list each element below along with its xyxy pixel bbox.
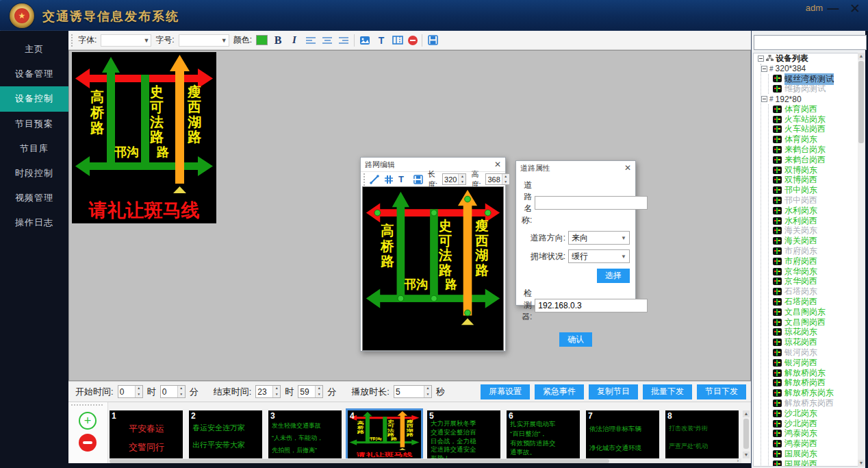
end-minute-spinner[interactable]: 59 ▲▼ xyxy=(298,385,323,398)
tree-group-320*384[interactable]: #320*384 xyxy=(761,64,858,74)
bold-button[interactable]: B xyxy=(272,34,284,47)
align-left-button[interactable] xyxy=(305,34,317,47)
tree-device-item[interactable]: 来鹤台岗西 xyxy=(769,155,858,165)
tree-device-item[interactable]: 体育岗东 xyxy=(769,134,858,145)
minimize-icon[interactable]: — xyxy=(824,1,842,16)
tree-device-item[interactable]: 来鹤台岗东 xyxy=(769,145,858,155)
program-thumbnail-8[interactable]: 打击改装“炸街严查严处“机动8 xyxy=(665,410,739,458)
sidebar-item-6[interactable]: 视频管理 xyxy=(0,186,68,210)
start-minute-spinner[interactable]: 0 ▲▼ xyxy=(160,385,186,398)
sidebar-item-4[interactable]: 节目库 xyxy=(0,136,68,161)
screen-split-button[interactable] xyxy=(392,34,404,47)
length-spinner[interactable]: 320 ▲▼ xyxy=(442,173,466,185)
text-tool-button[interactable]: T xyxy=(398,174,404,185)
tree-device-item[interactable]: 市府岗西 xyxy=(769,256,858,267)
save-button[interactable] xyxy=(426,34,439,47)
road-network-canvas[interactable]: 高桥路史可法路瘦西湖路邗沟路 xyxy=(362,186,504,351)
road-node-handle[interactable] xyxy=(431,210,437,216)
tree-device-item[interactable]: 琼花岗东 xyxy=(769,328,858,338)
tree-device-item[interactable]: 螺丝湾桥测试 xyxy=(769,74,858,84)
dialog-titlebar[interactable]: 道路属性 ✕ xyxy=(516,161,635,175)
tree-device-item[interactable]: 国展岗西 xyxy=(769,459,858,467)
program-thumbnail-2[interactable]: 春运安全连万家出行平安带大家2 xyxy=(189,410,262,458)
start-hour-spinner[interactable]: 0 ▲▼ xyxy=(118,385,143,398)
text-tool-button[interactable]: T xyxy=(375,34,387,47)
tree-device-item[interactable]: 石塔岗东 xyxy=(769,286,858,297)
draw-road-button[interactable] xyxy=(370,174,379,185)
batch-send-button[interactable]: 批量下发 xyxy=(643,384,692,399)
remove-program-button[interactable] xyxy=(79,434,97,452)
tree-device-item[interactable]: 解放桥岗西 xyxy=(769,378,858,389)
congestion-select[interactable]: 缓行 ▼ xyxy=(568,249,630,263)
duration-spinner[interactable]: 5 ▲▼ xyxy=(394,385,432,398)
screen-settings-button[interactable]: 屏幕设置 xyxy=(481,384,530,399)
color-swatch[interactable] xyxy=(256,35,268,45)
select-detector-button[interactable]: 选择 xyxy=(597,269,630,283)
tree-device-item[interactable]: 京华岗东 xyxy=(769,267,858,277)
tree-device-item[interactable]: 邗中岗西 xyxy=(769,195,858,206)
spinner-arrows[interactable]: ▲▼ xyxy=(177,386,185,397)
program-thumbnail-1[interactable]: 平安春运交警同行1 xyxy=(110,410,183,458)
road-name-input[interactable] xyxy=(535,196,648,210)
road-node-handle[interactable] xyxy=(398,295,404,301)
tree-device-item[interactable]: 文昌阁岗东 xyxy=(769,307,858,317)
tree-device-item[interactable]: 水利岗东 xyxy=(769,206,858,216)
tree-device-item[interactable]: 银河岗东 xyxy=(769,347,858,358)
spinner-arrows[interactable]: ▲▼ xyxy=(502,174,509,184)
tree-device-item[interactable]: 双博岗东 xyxy=(769,165,858,175)
confirm-button[interactable]: 确认 xyxy=(559,332,592,347)
tree-device-item[interactable]: 维扬岗测试 xyxy=(769,84,858,94)
spinner-arrows[interactable]: ▲▼ xyxy=(458,174,465,184)
scrollbar-thumb[interactable] xyxy=(743,419,749,449)
tree-device-item[interactable]: 沙北岗西 xyxy=(769,419,858,429)
sidebar-item-2[interactable]: 设备控制 xyxy=(0,86,68,111)
led-preview-display[interactable]: 高桥路史可法路瘦西湖路邗沟路请礼让斑马线 xyxy=(72,52,216,223)
sidebar-item-3[interactable]: 节目预案 xyxy=(0,112,68,136)
tree-device-item[interactable]: 邗中岗东 xyxy=(769,185,858,195)
program-thumbnail-5[interactable]: 大力开展秋冬季交通安全整治百日会战，全力稳定道路交通安全形势！5 xyxy=(427,410,500,458)
road-node-handle[interactable] xyxy=(431,295,437,301)
collapse-icon[interactable] xyxy=(761,66,767,72)
tree-device-item[interactable]: 火车站岗西 xyxy=(769,125,858,135)
tree-device-item[interactable]: 鸿泰岗东 xyxy=(769,428,858,439)
program-thumbnail-6[interactable]: 扎实开展电动车“百日整治”，有效预防道路交通事故。6 xyxy=(507,410,580,458)
sidebar-item-5[interactable]: 时段控制 xyxy=(0,161,68,186)
tree-device-item[interactable]: 市府岗东 xyxy=(769,246,858,256)
tree-device-item[interactable]: 京华岗西 xyxy=(769,277,858,287)
emergency-event-button[interactable]: 紧急事件 xyxy=(535,384,584,399)
sidebar-item-0[interactable]: 主页 xyxy=(0,37,68,62)
tree-device-item[interactable]: 海关岗东 xyxy=(769,226,858,236)
tree-device-item[interactable]: 国展岗东 xyxy=(769,449,858,459)
tree-device-item[interactable]: 解放桥东岗西 xyxy=(769,398,858,408)
sidebar-item-7[interactable]: 操作日志 xyxy=(0,210,68,235)
road-node-handle[interactable] xyxy=(465,196,471,202)
add-program-button[interactable]: + xyxy=(79,412,97,430)
tree-device-item[interactable]: 文昌阁岗西 xyxy=(769,317,858,328)
collapse-icon[interactable] xyxy=(758,56,764,62)
delete-button[interactable] xyxy=(408,36,418,45)
device-search-input[interactable] xyxy=(754,35,867,50)
detector-input[interactable] xyxy=(535,299,648,312)
insert-image-button[interactable] xyxy=(359,34,371,47)
align-center-button[interactable] xyxy=(321,34,333,47)
scroll-up-arrow[interactable]: ▲ xyxy=(743,410,750,417)
tree-device-item[interactable]: 火车站岗东 xyxy=(769,114,858,125)
tree-device-item[interactable]: 银河岗西 xyxy=(769,358,858,368)
copy-program-button[interactable]: 复制节目 xyxy=(589,384,638,399)
scroll-up-arrow[interactable]: ▲ xyxy=(858,53,865,60)
italic-button[interactable]: I xyxy=(288,34,301,47)
close-icon[interactable]: ✕ xyxy=(624,163,631,173)
road-direction-select[interactable]: 来向 ▼ xyxy=(568,231,630,245)
spinner-arrows[interactable]: ▲▼ xyxy=(135,386,142,397)
tree-scrollbar[interactable]: ▲ ▼ xyxy=(858,53,865,467)
scrollbar-thumb[interactable] xyxy=(858,61,864,143)
tree-device-item[interactable]: 解放桥岗东 xyxy=(769,368,858,378)
tree-device-item[interactable]: 水利岗西 xyxy=(769,216,858,226)
tree-device-item[interactable]: 沙北岗东 xyxy=(769,408,858,419)
road-node-handle[interactable] xyxy=(485,210,491,216)
program-thumbnail-7[interactable]: 依法治理非标车辆净化城市交通环境7 xyxy=(586,410,659,458)
program-thumbnail-3[interactable]: 发生轻微交通事故“人未伤，车能动，先拍照，后撤离”3 xyxy=(268,410,342,458)
tree-device-item[interactable]: 琼花岗西 xyxy=(769,337,858,347)
program-send-button[interactable]: 节目下发 xyxy=(697,384,746,399)
scroll-down-arrow[interactable]: ▼ xyxy=(743,452,750,458)
